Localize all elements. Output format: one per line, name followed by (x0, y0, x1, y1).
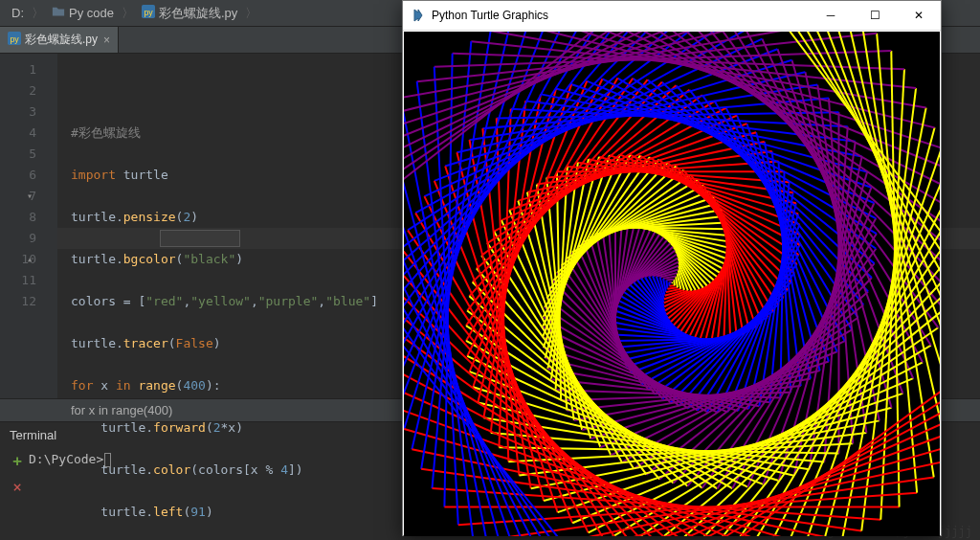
minimize-button[interactable]: ─ (809, 1, 853, 31)
line-gutter: 123 456 ▾7 89 ▴10 1112 (0, 54, 57, 398)
window-title: Python Turtle Graphics (432, 9, 809, 22)
turtle-app-icon (411, 8, 426, 23)
chevron-right-icon: 〉 (28, 5, 48, 22)
tab-file[interactable]: py 彩色螺旋线.py × (0, 27, 119, 53)
fold-up-icon[interactable]: ▴ (27, 249, 33, 270)
window-titlebar[interactable]: Python Turtle Graphics ─ ☐ ✕ (403, 1, 941, 31)
svg-line-13 (676, 277, 678, 288)
new-session-icon[interactable]: + (12, 452, 22, 470)
close-button[interactable]: ✕ (897, 1, 941, 31)
crumb-file[interactable]: py 彩色螺旋线.py (138, 3, 241, 24)
folder-icon (52, 5, 65, 21)
python-file-icon: py (8, 32, 21, 48)
svg-text:py: py (10, 34, 19, 44)
turtle-canvas (404, 32, 940, 536)
chevron-right-icon: 〉 (118, 5, 138, 22)
chevron-right-icon: 〉 (241, 5, 261, 22)
selection-box (160, 230, 240, 247)
crumb-folder[interactable]: Py code (48, 3, 118, 23)
svg-text:py: py (144, 8, 153, 17)
maximize-button[interactable]: ☐ (853, 1, 897, 31)
close-icon[interactable]: × (103, 34, 110, 47)
svg-line-12 (667, 287, 677, 288)
tab-label: 彩色螺旋线.py (25, 32, 98, 48)
turtle-window[interactable]: Python Turtle Graphics ─ ☐ ✕ (402, 0, 942, 536)
crumb-drive[interactable]: D: (8, 4, 28, 22)
python-file-icon: py (142, 5, 155, 21)
close-session-icon[interactable]: × (12, 478, 22, 496)
svg-line-10 (666, 280, 674, 281)
fold-down-icon[interactable]: ▾ (27, 186, 33, 207)
svg-line-11 (666, 281, 667, 289)
